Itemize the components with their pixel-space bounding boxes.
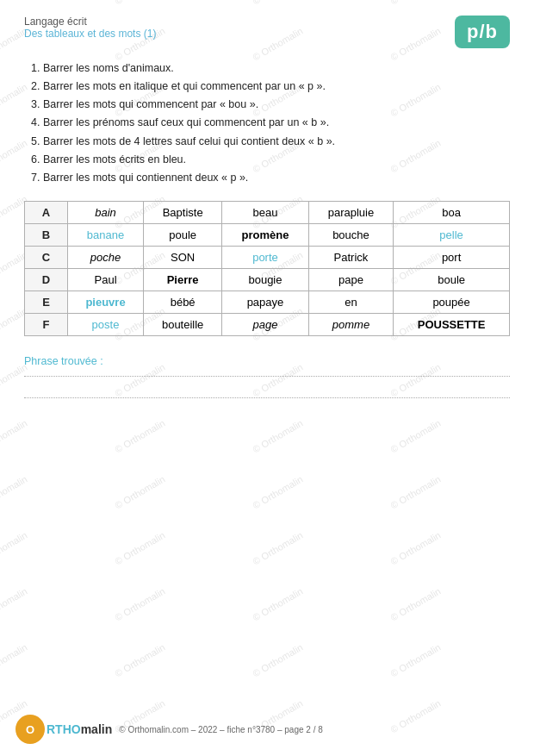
phrase-label: Phrase trouvée : <box>24 355 510 367</box>
header-left: Langage écrit Des tableaux et des mots (… <box>24 16 156 40</box>
page: Langage écrit Des tableaux et des mots (… <box>0 0 534 436</box>
row-label-D: D <box>25 268 68 291</box>
footer: O RTHOmalin © Orthomalin.com – 2022 – fi… <box>0 715 534 744</box>
footer-info: © Orthomalin.com – 2022 – fiche n°3780 –… <box>119 725 323 734</box>
instruction-item-1: Barrer les noms d'animaux. <box>43 60 510 76</box>
table-row: Epieuvrebébépapayeenpoupée <box>25 291 510 313</box>
cell-B-2: poule <box>144 223 222 246</box>
cell-D-2: Pierre <box>144 268 222 291</box>
cell-A-1: bain <box>68 201 144 223</box>
cell-C-2: SON <box>144 246 222 268</box>
row-label-B: B <box>25 223 68 246</box>
instruction-item-3: Barrer les mots qui commencent par « bou… <box>43 97 510 112</box>
instructions-list: Barrer les noms d'animaux.Barrer les mot… <box>24 60 510 185</box>
logo-ortho: RTHO <box>47 722 81 736</box>
cell-B-1: banane <box>68 223 144 246</box>
cell-E-3: papaye <box>222 291 308 313</box>
words-table: AbainBaptistebeauparapluieboaBbananepoul… <box>24 201 510 336</box>
cell-D-4: pape <box>308 268 393 291</box>
instruction-item-4: Barrer les prénoms sauf ceux qui commenc… <box>43 115 510 130</box>
cell-B-4: bouche <box>308 223 393 246</box>
cell-C-1: poche <box>68 246 144 268</box>
cell-B-5: pelle <box>394 223 510 246</box>
table-row: DPaulPierrebougiepapeboule <box>25 268 510 291</box>
cell-B-3: promène <box>222 223 308 246</box>
cell-A-2: Baptiste <box>144 201 222 223</box>
cell-D-1: Paul <box>68 268 144 291</box>
cell-F-3: page <box>222 313 308 335</box>
cell-A-4: parapluie <box>308 201 393 223</box>
logo-text: RTHOmalin <box>47 722 112 736</box>
table-row: AbainBaptistebeauparapluieboa <box>25 201 510 223</box>
cell-E-5: poupée <box>394 291 510 313</box>
dotted-line-2 <box>24 397 510 398</box>
footer-logo: O RTHOmalin <box>16 715 112 744</box>
badge: p/b <box>455 16 510 48</box>
header: Langage écrit Des tableaux et des mots (… <box>24 16 510 48</box>
dotted-line-1 <box>24 376 510 377</box>
phrase-section: Phrase trouvée : <box>24 355 510 398</box>
cell-F-1: poste <box>68 313 144 335</box>
cell-E-4: en <box>308 291 393 313</box>
cell-C-4: Patrick <box>308 246 393 268</box>
instruction-item-2: Barrer les mots en italique et qui comme… <box>43 78 510 94</box>
cell-A-5: boa <box>394 201 510 223</box>
cell-E-2: bébé <box>144 291 222 313</box>
table-wrapper: AbainBaptistebeauparapluieboaBbananepoul… <box>24 201 510 336</box>
cell-C-5: port <box>394 246 510 268</box>
instruction-item-7: Barrer les mots qui contiennent deux « p… <box>43 170 510 185</box>
table-row: CpocheSONportePatrickport <box>25 246 510 268</box>
instruction-item-6: Barrer les mots écrits en bleu. <box>43 152 510 167</box>
cell-F-2: bouteille <box>144 313 222 335</box>
cell-F-5: POUSSETTE <box>394 313 510 335</box>
row-label-C: C <box>25 246 68 268</box>
row-label-A: A <box>25 201 68 223</box>
row-label-F: F <box>25 313 68 335</box>
cell-D-3: bougie <box>222 268 308 291</box>
cell-F-4: pomme <box>308 313 393 335</box>
subject-label: Langage écrit <box>24 16 156 28</box>
cell-C-3: porte <box>222 246 308 268</box>
instruction-item-5: Barrer les mots de 4 lettres sauf celui … <box>43 134 510 149</box>
logo-icon: O <box>16 715 45 744</box>
instructions: Barrer les noms d'animaux.Barrer les mot… <box>24 60 510 185</box>
table-row: Bbananepoulepromènebouchepelle <box>25 223 510 246</box>
title-label: Des tableaux et des mots (1) <box>24 28 156 40</box>
logo-malin: malin <box>81 722 113 736</box>
table-row: FpostebouteillepagepommePOUSSETTE <box>25 313 510 335</box>
cell-A-3: beau <box>222 201 308 223</box>
row-label-E: E <box>25 291 68 313</box>
cell-D-5: boule <box>394 268 510 291</box>
cell-E-1: pieuvre <box>68 291 144 313</box>
